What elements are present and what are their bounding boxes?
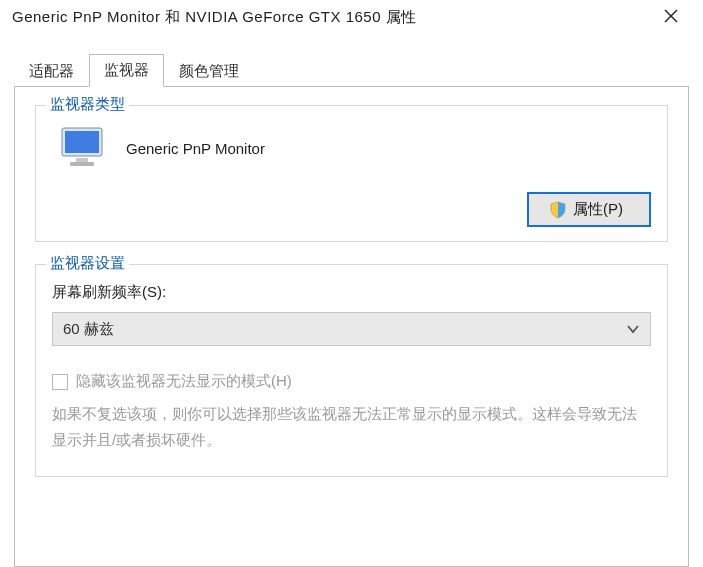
tab-monitor[interactable]: 监视器 bbox=[89, 54, 164, 87]
monitor-type-group: 监视器类型 Generic PnP Monitor bbox=[35, 105, 668, 242]
refresh-rate-dropdown[interactable]: 60 赫兹 bbox=[52, 312, 651, 346]
window-title: Generic PnP Monitor 和 NVIDIA GeForce GTX… bbox=[12, 8, 417, 27]
monitor-row: Generic PnP Monitor bbox=[52, 124, 651, 172]
checkbox-box-icon bbox=[52, 374, 68, 390]
close-icon bbox=[664, 9, 678, 27]
chevron-down-icon bbox=[626, 322, 640, 336]
shield-icon bbox=[549, 201, 567, 219]
tab-panel: 监视器类型 Generic PnP Monitor bbox=[14, 86, 689, 567]
monitor-type-legend: 监视器类型 bbox=[46, 95, 129, 114]
properties-button[interactable]: 属性(P) bbox=[527, 192, 651, 227]
tab-adapter[interactable]: 适配器 bbox=[14, 55, 89, 87]
svg-rect-5 bbox=[70, 162, 94, 166]
svg-rect-4 bbox=[76, 158, 88, 162]
monitor-icon bbox=[58, 124, 110, 172]
monitor-settings-group: 监视器设置 屏幕刷新频率(S): 60 赫兹 隐藏该监视器无法显示的模式(H) … bbox=[35, 264, 668, 477]
hide-modes-hint: 如果不复选该项，则你可以选择那些该监视器无法正常显示的显示模式。这样会导致无法显… bbox=[52, 401, 651, 452]
properties-button-label: 属性(P) bbox=[573, 200, 623, 219]
properties-dialog: Generic PnP Monitor 和 NVIDIA GeForce GTX… bbox=[0, 0, 703, 567]
refresh-rate-label: 屏幕刷新频率(S): bbox=[52, 283, 651, 302]
svg-rect-3 bbox=[65, 131, 99, 153]
tab-color-management[interactable]: 颜色管理 bbox=[164, 55, 254, 87]
monitor-name-text: Generic PnP Monitor bbox=[126, 140, 265, 157]
refresh-rate-value: 60 赫兹 bbox=[63, 320, 114, 339]
monitor-settings-legend: 监视器设置 bbox=[46, 254, 129, 273]
hide-modes-checkbox-label: 隐藏该监视器无法显示的模式(H) bbox=[76, 372, 292, 391]
hide-modes-checkbox-row[interactable]: 隐藏该监视器无法显示的模式(H) bbox=[52, 372, 651, 391]
titlebar: Generic PnP Monitor 和 NVIDIA GeForce GTX… bbox=[0, 0, 703, 35]
close-button[interactable] bbox=[651, 4, 691, 32]
tabstrip: 适配器 监视器 颜色管理 bbox=[0, 35, 703, 86]
